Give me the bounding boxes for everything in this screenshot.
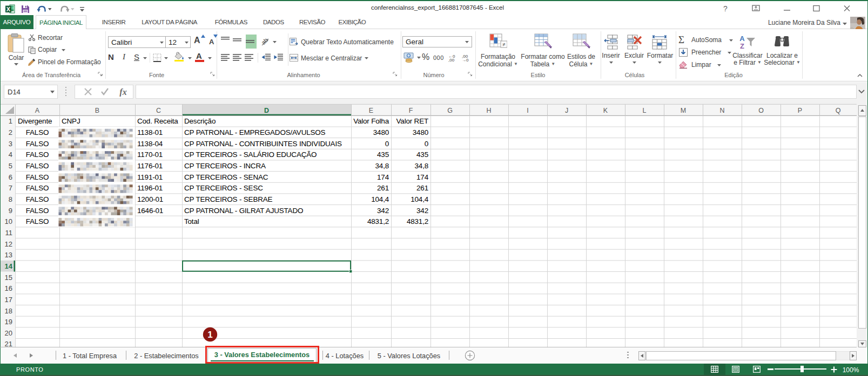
svg-text:H: H [486,107,491,114]
svg-text:CP TERCEIROS - SESC: CP TERCEIROS - SESC [184,184,263,192]
svg-text:CP TERCEIROS - SENAC: CP TERCEIROS - SENAC [184,173,268,181]
svg-text:C: C [156,107,161,114]
svg-text:34,8: 34,8 [375,162,389,170]
svg-text:G: G [447,107,453,114]
svg-text:D: D [264,107,269,114]
svg-text:P: P [798,107,802,114]
svg-text:261: 261 [377,184,389,192]
svg-text:CP TERCEIROS - SALÁRIO EDUCAÇÃ: CP TERCEIROS - SALÁRIO EDUCAÇÃO [184,151,317,159]
svg-text:B: B [95,107,99,114]
svg-text:7: 7 [9,184,12,192]
svg-text:1138-01: 1138-01 [137,128,163,136]
svg-text:18: 18 [5,307,12,315]
svg-text:Descrição: Descrição [184,117,216,125]
svg-text:16: 16 [5,284,12,292]
svg-text:FALSO: FALSO [26,173,49,181]
svg-text:N: N [719,107,724,114]
svg-text:FALSO: FALSO [26,162,49,170]
svg-text:FALSO: FALSO [26,140,49,148]
svg-text:1176-01: 1176-01 [137,162,163,170]
svg-text:FALSO: FALSO [26,128,49,136]
svg-text:4: 4 [9,151,12,159]
svg-text:12: 12 [5,240,12,248]
svg-text:4831,2: 4831,2 [367,217,389,225]
svg-text:13: 13 [5,251,12,259]
svg-text:F: F [409,107,413,114]
svg-text:CP PATRONAL - GILRAT AJUSTADO: CP PATRONAL - GILRAT AJUSTADO [184,207,303,215]
svg-text:CP PATRONAL - CONTRIBUINTES IN: CP PATRONAL - CONTRIBUINTES INDIVIDUAIS [184,140,342,148]
svg-text:A: A [35,107,40,114]
svg-text:O: O [758,107,764,114]
svg-text:Divergente: Divergente [18,117,52,125]
svg-text:M: M [681,107,686,114]
svg-text:8: 8 [9,195,12,203]
svg-text:FALSO: FALSO [26,184,49,192]
svg-text:20: 20 [5,329,12,337]
svg-text:435: 435 [377,151,389,159]
svg-text:CNPJ: CNPJ [62,117,80,125]
svg-text:FALSO: FALSO [26,195,49,203]
svg-text:17: 17 [5,296,12,304]
svg-text:174: 174 [416,173,429,181]
svg-text:Cod. Receita: Cod. Receita [137,117,178,125]
svg-text:15: 15 [5,274,12,282]
svg-text:I: I [527,107,528,114]
svg-text:K: K [603,107,608,114]
svg-text:9: 9 [9,207,12,215]
svg-text:10: 10 [5,217,12,225]
svg-text:CP PATRONAL - EMPREGADOS/AVULS: CP PATRONAL - EMPREGADOS/AVULSOS [184,128,326,136]
svg-text:1191-01: 1191-01 [137,173,163,181]
svg-text:J: J [565,107,568,114]
svg-text:1: 1 [207,330,212,340]
svg-text:FALSO: FALSO [26,217,49,225]
svg-text:Valor RET: Valor RET [396,117,428,125]
svg-text:104,4: 104,4 [411,195,428,203]
svg-text:2: 2 [9,128,12,136]
svg-text:34,8: 34,8 [415,162,428,170]
svg-text:L: L [643,107,647,114]
svg-text:3: 3 [9,140,12,148]
svg-text:21: 21 [5,340,12,348]
svg-text:342: 342 [416,207,428,215]
svg-text:1: 1 [9,117,12,125]
svg-text:3480: 3480 [373,128,389,136]
svg-text:11: 11 [5,229,13,237]
svg-text:1196-01: 1196-01 [137,184,163,192]
svg-text:1138-04: 1138-04 [137,140,163,148]
svg-text:0: 0 [425,140,428,148]
svg-text:4831,2: 4831,2 [407,217,428,225]
svg-text:19: 19 [5,318,12,326]
svg-text:3480: 3480 [413,128,428,136]
svg-text:6: 6 [9,173,12,181]
svg-text:Valor Folha: Valor Folha [353,117,389,125]
svg-text:E: E [369,107,373,114]
svg-text:FALSO: FALSO [26,151,49,159]
svg-text:Q: Q [836,107,841,114]
svg-text:14: 14 [5,262,13,270]
svg-text:CP TERCEIROS - INCRA: CP TERCEIROS - INCRA [184,162,266,170]
svg-text:174: 174 [377,173,389,181]
svg-text:CP TERCEIROS - SEBRAE: CP TERCEIROS - SEBRAE [184,195,273,203]
svg-text:1200-01: 1200-01 [137,195,163,203]
svg-text:342: 342 [377,207,389,215]
svg-text:FALSO: FALSO [26,207,49,215]
svg-text:5: 5 [9,162,12,170]
svg-text:1170-01: 1170-01 [137,151,163,159]
svg-text:Total: Total [184,217,199,225]
svg-text:435: 435 [416,151,428,159]
svg-text:0: 0 [385,140,389,148]
svg-text:1646-01: 1646-01 [137,207,163,215]
svg-text:104,4: 104,4 [371,195,389,203]
svg-text:261: 261 [416,184,428,192]
